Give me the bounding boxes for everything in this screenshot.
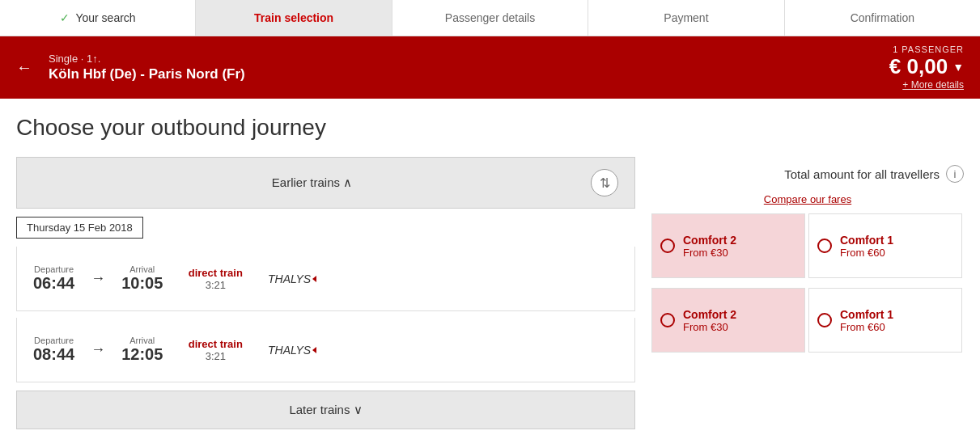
- main-content: Choose your outbound journey Earlier tra…: [0, 99, 980, 435]
- arrival-time-2: 12:05: [121, 345, 163, 364]
- arrow-icon-2: →: [91, 341, 105, 358]
- left-column: Earlier trains ∧ ⇅ Thursday 15 Feb 2018 …: [16, 157, 643, 429]
- fare-header: Total amount for all travellers i: [651, 157, 964, 189]
- step-train-selection[interactable]: Train selection: [196, 0, 392, 36]
- departure-label-1: Departure: [33, 264, 74, 274]
- layout: Earlier trains ∧ ⇅ Thursday 15 Feb 2018 …: [16, 157, 964, 429]
- fare-col-comfort1-1: Comfort 1 From €60: [808, 213, 964, 278]
- fares-header-text: Total amount for all travellers: [784, 167, 940, 181]
- page-title: Choose your outbound journey: [16, 115, 964, 141]
- radio-comfort2-train2[interactable]: [660, 313, 675, 327]
- price-dropdown-icon[interactable]: ▼: [952, 61, 964, 74]
- direct-block-1: direct train 3:21: [179, 267, 252, 291]
- train-row-2[interactable]: Departure 08:44 → Arrival 12:05 direct t…: [16, 318, 635, 382]
- compare-fares-area: Compare our fares: [651, 189, 964, 213]
- fare-comfort2-price-1: From €30: [683, 247, 736, 259]
- step-confirmation[interactable]: Confirmation: [785, 0, 980, 36]
- back-button[interactable]: ←: [16, 58, 32, 77]
- step-payment-label: Payment: [664, 11, 708, 24]
- row-spacer: [16, 311, 635, 318]
- fare-comfort2-info-2: Comfort 2 From €30: [683, 308, 736, 333]
- progress-nav: ✓ Your search Train selection Passenger …: [0, 0, 980, 36]
- fare-row-spacer: [651, 280, 964, 288]
- step-payment[interactable]: Payment: [588, 0, 784, 36]
- later-trains-button[interactable]: Later trains ∨: [16, 391, 635, 429]
- svg-text:THALYS: THALYS: [268, 344, 312, 357]
- departure-time-1: 06:44: [33, 274, 74, 293]
- compare-fares-link[interactable]: Compare our fares: [764, 193, 851, 205]
- fare-cell-comfort2-train2[interactable]: Comfort 2 From €30: [651, 288, 805, 353]
- fare-cell-comfort2-train1[interactable]: Comfort 2 From €30: [651, 213, 805, 278]
- fare-row-2: Comfort 2 From €30 Comfort 1 F: [651, 288, 964, 353]
- arrow-icon-1: →: [91, 270, 105, 287]
- fare-comfort1-name-1: Comfort 1: [840, 234, 893, 247]
- fare-cell-comfort1-train2[interactable]: Comfort 1 From €60: [808, 288, 962, 353]
- fare-col-comfort2-1: Comfort 2 From €30: [651, 213, 807, 278]
- check-icon: ✓: [60, 11, 70, 24]
- earlier-trains-button[interactable]: Earlier trains ∧ ⇅: [16, 157, 635, 209]
- thalys-logo-1: THALYS: [268, 269, 316, 289]
- arrival-label-1: Arrival: [121, 264, 163, 274]
- fare-comfort2-name-1: Comfort 2: [683, 234, 736, 247]
- direct-block-2: direct train 3:21: [179, 338, 252, 362]
- sort-icon[interactable]: ⇅: [591, 169, 618, 196]
- train-info-1: Departure 06:44 → Arrival 10:05 direct t…: [17, 247, 634, 310]
- fare-comfort1-info-1: Comfort 1 From €60: [840, 234, 893, 259]
- step-confirmation-label: Confirmation: [851, 11, 914, 24]
- fare-comfort1-price-1: From €60: [840, 247, 893, 259]
- radio-comfort2-train1[interactable]: [660, 239, 675, 253]
- fare-comfort2-price-2: From €30: [683, 321, 736, 333]
- arrival-time-1: 10:05: [121, 274, 163, 293]
- train-row[interactable]: Departure 06:44 → Arrival 10:05 direct t…: [16, 247, 635, 311]
- duration-1: 3:21: [179, 279, 252, 291]
- arrival-label-2: Arrival: [121, 336, 163, 345]
- svg-text:THALYS: THALYS: [268, 272, 312, 285]
- departure-block-2: Departure 08:44: [33, 336, 74, 364]
- step-passenger-details-label: Passenger details: [445, 11, 535, 24]
- more-details-link[interactable]: + More details: [889, 79, 964, 91]
- journey-route: Köln Hbf (De) - Paris Nord (Fr): [49, 66, 889, 82]
- fare-comfort1-info-2: Comfort 1 From €60: [840, 308, 893, 333]
- step-your-search[interactable]: ✓ Your search: [0, 0, 196, 36]
- step-your-search-label: Your search: [75, 11, 135, 24]
- thalys-icon-1: THALYS: [268, 269, 316, 289]
- step-train-selection-label: Train selection: [254, 11, 333, 24]
- header-bar: ← Single · 1↑. Köln Hbf (De) - Paris Nor…: [0, 36, 980, 99]
- fare-comfort1-name-2: Comfort 1: [840, 308, 893, 321]
- fare-comfort1-price-2: From €60: [840, 321, 893, 333]
- journey-info: Single · 1↑. Köln Hbf (De) - Paris Nord …: [49, 53, 889, 82]
- journey-type: Single · 1↑.: [49, 53, 889, 65]
- direct-label-2: direct train: [179, 338, 252, 350]
- date-badge: Thursday 15 Feb 2018: [16, 217, 143, 239]
- earlier-trains-label: Earlier trains ∧: [33, 175, 591, 190]
- direct-label-1: direct train: [179, 267, 252, 279]
- radio-comfort1-train1[interactable]: [817, 239, 832, 253]
- departure-time-2: 08:44: [33, 345, 74, 364]
- price-area: 1 PASSENGER € 0,00 ▼ + More details: [889, 44, 964, 91]
- duration-2: 3:21: [179, 350, 252, 362]
- fare-col-comfort2-2: Comfort 2 From €30: [651, 288, 807, 353]
- fare-comfort2-name-2: Comfort 2: [683, 308, 736, 321]
- fare-row-1: Comfort 2 From €30 Comfort 1 F: [651, 213, 964, 278]
- train-info-2: Departure 08:44 → Arrival 12:05 direct t…: [17, 318, 634, 382]
- passenger-label: 1 PASSENGER: [889, 44, 964, 54]
- radio-comfort1-train2[interactable]: [817, 313, 832, 327]
- thalys-logo-2: THALYS: [268, 340, 316, 360]
- right-column: Total amount for all travellers i Compar…: [643, 157, 964, 429]
- departure-label-2: Departure: [33, 336, 74, 345]
- later-trains-label: Later trains ∨: [33, 403, 618, 417]
- info-icon[interactable]: i: [946, 165, 964, 183]
- fare-col-comfort1-2: Comfort 1 From €60: [808, 288, 964, 353]
- departure-block-1: Departure 06:44: [33, 264, 74, 293]
- fare-comfort2-info-1: Comfort 2 From €30: [683, 234, 736, 259]
- thalys-icon-2: THALYS: [268, 340, 316, 360]
- arrival-block-1: Arrival 10:05: [121, 264, 163, 293]
- step-passenger-details[interactable]: Passenger details: [392, 0, 588, 36]
- price-value: € 0,00: [889, 54, 948, 79]
- fare-cell-comfort1-train1[interactable]: Comfort 1 From €60: [808, 213, 962, 278]
- arrival-block-2: Arrival 12:05: [121, 336, 163, 364]
